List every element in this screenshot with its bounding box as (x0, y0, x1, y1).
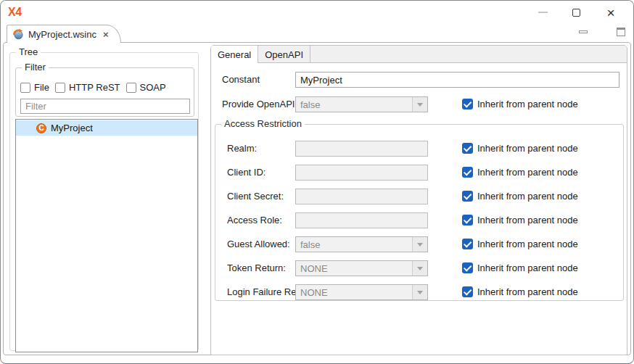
access-role-label: Access Role: (227, 212, 282, 228)
login-failure-value: NONE (296, 287, 412, 298)
maximize-icon (572, 9, 580, 17)
filter-group-box: Filter File HTTP ReST SOAP (15, 67, 194, 117)
guest-allowed-inherit-checkbox[interactable] (462, 239, 473, 249)
filter-group-label: Filter (22, 62, 49, 73)
chevron-down-icon (417, 267, 423, 270)
token-return-inherit-checkbox[interactable] (462, 262, 473, 273)
dropdown-arrow-box (412, 261, 427, 276)
constant-icon: C (36, 123, 46, 133)
client-secret-inherit-checkbox[interactable] (462, 191, 473, 202)
minimize-icon (538, 12, 548, 13)
http-rest-checkbox[interactable] (55, 83, 65, 93)
client-secret-label: Client Secret: (227, 189, 284, 204)
provide-openapi-value: false (296, 99, 412, 110)
title-bar: X4 × (1, 1, 633, 25)
guest-allowed-value: false (296, 239, 412, 250)
app-window: X4 × MyProject.wsinc × Tree Filter (0, 0, 634, 364)
close-icon: × (606, 6, 614, 20)
window-close-button[interactable]: × (599, 1, 622, 24)
access-restriction-label: Access Restriction (221, 118, 305, 130)
inherit-label: Inherit from parent node (477, 212, 578, 228)
constant-input[interactable] (295, 72, 619, 88)
view-minimize-icon[interactable] (579, 30, 588, 33)
soap-checkbox[interactable] (126, 83, 136, 93)
soap-checkbox-label: SOAP (140, 82, 166, 93)
token-return-label: Token Return: (227, 260, 286, 276)
dropdown-arrow-box (412, 97, 427, 112)
inherit-label: Inherit from parent node (477, 141, 578, 157)
access-role-input (295, 212, 428, 228)
properties-pane: General OpenAPI Constant Provide OpenAPI… (210, 45, 627, 355)
token-return-select: NONE (295, 260, 428, 276)
file-checkbox[interactable] (20, 83, 30, 93)
token-return-value: NONE (296, 263, 412, 274)
http-rest-filter-option[interactable]: HTTP ReST (55, 82, 120, 93)
window-minimize-button[interactable] (531, 1, 554, 24)
client-id-label: Client ID: (227, 165, 265, 181)
guest-allowed-select: false (295, 236, 428, 252)
tree-item-label: MyProject (51, 123, 93, 133)
editor-tab-myproject-wsinc[interactable]: MyProject.wsinc × (7, 25, 121, 43)
dropdown-arrow-box (412, 285, 427, 299)
wsinc-file-icon (12, 28, 24, 40)
tab-general[interactable]: General (211, 46, 258, 63)
filter-type-checkboxes: File HTTP ReST SOAP (20, 82, 166, 93)
realm-input (295, 141, 428, 157)
login-failure-label: Login Failure Ret (227, 284, 299, 300)
tab-openapi[interactable]: OpenAPI (258, 46, 310, 63)
view-maximize-icon[interactable] (617, 28, 625, 36)
file-filter-option[interactable]: File (20, 82, 49, 93)
tree-group-label: Tree (16, 46, 41, 58)
client-id-input (295, 165, 428, 181)
provide-openapi-inherit-checkbox[interactable] (462, 99, 473, 109)
tab-close-icon[interactable]: × (103, 29, 109, 40)
dropdown-arrow-box (412, 237, 427, 252)
inherit-label: Inherit from parent node (477, 284, 578, 300)
editor-tab-label: MyProject.wsinc (28, 29, 96, 40)
access-role-inherit-checkbox[interactable] (462, 215, 473, 226)
chevron-down-icon (417, 291, 423, 294)
x4-logo: X4 (8, 6, 22, 19)
http-rest-checkbox-label: HTTP ReST (69, 82, 120, 93)
soap-filter-option[interactable]: SOAP (126, 82, 166, 93)
inherit-label: Inherit from parent node (477, 260, 578, 276)
client-id-inherit-checkbox[interactable] (462, 167, 473, 178)
inherit-label: Inherit from parent node (477, 189, 578, 204)
project-tree[interactable]: C MyProject (15, 119, 198, 352)
tree-item-myproject[interactable]: C MyProject (16, 120, 197, 136)
filter-input[interactable] (20, 99, 190, 114)
realm-inherit-checkbox[interactable] (462, 143, 473, 154)
provide-openapi-select: false (295, 96, 428, 112)
properties-tabstrip: General OpenAPI (211, 46, 627, 63)
chevron-down-icon (417, 243, 423, 247)
window-maximize-button[interactable] (564, 1, 588, 24)
inherit-label: Inherit from parent node (477, 96, 578, 112)
inherit-label: Inherit from parent node (477, 236, 578, 252)
client-secret-input (295, 189, 428, 204)
file-checkbox-label: File (34, 82, 49, 93)
constant-label: Constant (222, 72, 260, 88)
login-failure-select: NONE (295, 284, 428, 300)
chevron-down-icon (417, 103, 423, 107)
guest-allowed-label: Guest Allowed: (227, 236, 290, 252)
tree-group-box: Tree Filter File HTTP ReST SOAP (9, 52, 199, 351)
editor-content-area: Tree Filter File HTTP ReST SOAP (3, 42, 631, 355)
inherit-label: Inherit from parent node (477, 165, 578, 181)
realm-label: Realm: (227, 141, 257, 157)
provide-openapi-label: Provide OpenAPI: (222, 96, 297, 112)
login-failure-inherit-checkbox[interactable] (462, 286, 473, 297)
